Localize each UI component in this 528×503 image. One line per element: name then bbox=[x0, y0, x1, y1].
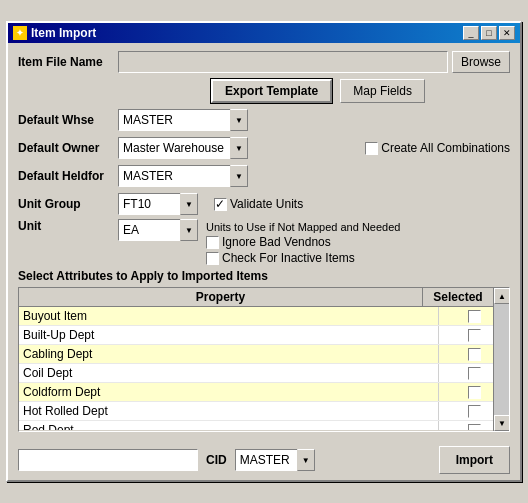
table-row: Coldform Dept bbox=[19, 383, 509, 402]
app-icon: ✦ bbox=[13, 26, 27, 40]
bottom-bar: CID MASTER ▼ Import bbox=[8, 440, 520, 480]
table-row: Rod Dept bbox=[19, 421, 509, 430]
row-checkbox[interactable] bbox=[468, 329, 481, 342]
scroll-up-button[interactable]: ▲ bbox=[494, 288, 510, 304]
td-property: Cabling Dept bbox=[19, 345, 439, 363]
browse-button[interactable]: Browse bbox=[452, 51, 510, 73]
unit-right-section: Units to Use if Not Mapped and Needed Ig… bbox=[206, 219, 400, 265]
row-checkbox[interactable] bbox=[468, 424, 481, 431]
unit-label: Unit bbox=[18, 219, 118, 233]
title-bar-left: ✦ Item Import bbox=[13, 26, 96, 40]
attributes-label: Select Attributes to Apply to Imported I… bbox=[18, 269, 510, 283]
row-checkbox[interactable] bbox=[468, 310, 481, 323]
cid-label: CID bbox=[206, 453, 227, 467]
td-property: Buyout Item bbox=[19, 307, 439, 325]
map-fields-button[interactable]: Map Fields bbox=[340, 79, 425, 103]
table-scrollbar[interactable]: ▲ ▼ bbox=[493, 288, 509, 431]
table-row: Built-Up Dept bbox=[19, 326, 509, 345]
row-checkbox[interactable] bbox=[468, 386, 481, 399]
content-area: Item File Name Browse Export Template Ma… bbox=[8, 43, 520, 440]
create-all-text: Create All Combinations bbox=[381, 141, 510, 155]
header-selected: Selected bbox=[423, 288, 493, 306]
ignore-bad-vendnos-checkbox[interactable] bbox=[206, 236, 219, 249]
table-row: Cabling Dept bbox=[19, 345, 509, 364]
unit-group-select[interactable]: FT10 bbox=[118, 193, 198, 215]
default-owner-row: Default Owner Master Warehouse ▼ Create … bbox=[18, 137, 510, 159]
cid-select[interactable]: MASTER bbox=[235, 449, 315, 471]
td-property: Rod Dept bbox=[19, 421, 439, 430]
close-button[interactable]: ✕ bbox=[499, 26, 515, 40]
create-all-checkbox[interactable] bbox=[365, 142, 378, 155]
export-template-button[interactable]: Export Template bbox=[211, 79, 332, 103]
table-header: Property Selected bbox=[19, 288, 509, 307]
default-heldfor-label: Default Heldfor bbox=[18, 169, 118, 183]
item-file-input[interactable] bbox=[118, 51, 448, 73]
title-bar: ✦ Item Import _ □ ✕ bbox=[8, 23, 520, 43]
td-property: Hot Rolled Dept bbox=[19, 402, 439, 420]
default-owner-wrapper: Master Warehouse ▼ bbox=[118, 137, 248, 159]
table-row: Buyout Item bbox=[19, 307, 509, 326]
maximize-button[interactable]: □ bbox=[481, 26, 497, 40]
td-property: Coil Dept bbox=[19, 364, 439, 382]
row-checkbox[interactable] bbox=[468, 348, 481, 361]
item-file-row: Item File Name Browse bbox=[18, 51, 510, 73]
bottom-search-input[interactable] bbox=[18, 449, 198, 471]
unit-group-row: Unit Group FT10 ▼ Validate Units bbox=[18, 193, 510, 215]
window-title: Item Import bbox=[31, 26, 96, 40]
validate-units-text: Validate Units bbox=[230, 197, 303, 211]
row-checkbox[interactable] bbox=[468, 405, 481, 418]
table-row: Coil Dept bbox=[19, 364, 509, 383]
import-button[interactable]: Import bbox=[439, 446, 510, 474]
unit-group-label: Unit Group bbox=[18, 197, 118, 211]
title-controls: _ □ ✕ bbox=[463, 26, 515, 40]
create-all-section: Create All Combinations bbox=[365, 141, 510, 155]
validate-units-checkbox[interactable] bbox=[214, 198, 227, 211]
td-property: Built-Up Dept bbox=[19, 326, 439, 344]
table-body: Buyout ItemBuilt-Up DeptCabling DeptCoil… bbox=[19, 307, 509, 430]
units-note-text: Units to Use if Not Mapped and Needed bbox=[206, 221, 400, 233]
unit-wrapper: EA ▼ bbox=[118, 219, 198, 241]
unit-select[interactable]: EA bbox=[118, 219, 198, 241]
unit-row: Unit EA ▼ Units to Use if Not Mapped and… bbox=[18, 219, 510, 265]
default-heldfor-row: Default Heldfor MASTER ▼ bbox=[18, 165, 510, 187]
ignore-bad-vendnos-text: Ignore Bad Vendnos bbox=[222, 235, 331, 249]
create-all-label[interactable]: Create All Combinations bbox=[365, 141, 510, 155]
default-heldfor-select[interactable]: MASTER bbox=[118, 165, 248, 187]
attributes-table: Property Selected Buyout ItemBuilt-Up De… bbox=[18, 287, 510, 432]
default-whse-row: Default Whse MASTER ▼ bbox=[18, 109, 510, 131]
default-heldfor-wrapper: MASTER ▼ bbox=[118, 165, 248, 187]
header-property: Property bbox=[19, 288, 423, 306]
default-owner-select[interactable]: Master Warehouse bbox=[118, 137, 248, 159]
check-inactive-label[interactable]: Check For Inactive Items bbox=[206, 251, 400, 265]
buttons-row: Export Template Map Fields bbox=[18, 79, 510, 103]
check-inactive-checkbox[interactable] bbox=[206, 252, 219, 265]
validate-units-label[interactable]: Validate Units bbox=[214, 197, 303, 211]
ignore-bad-vendnos-label[interactable]: Ignore Bad Vendnos bbox=[206, 235, 400, 249]
cid-wrapper: MASTER ▼ bbox=[235, 449, 315, 471]
scroll-track bbox=[494, 304, 509, 415]
default-whse-select[interactable]: MASTER bbox=[118, 109, 248, 131]
unit-group-wrapper: FT10 ▼ bbox=[118, 193, 198, 215]
scroll-down-button[interactable]: ▼ bbox=[494, 415, 510, 431]
minimize-button[interactable]: _ bbox=[463, 26, 479, 40]
main-window: ✦ Item Import _ □ ✕ Item File Name Brows… bbox=[6, 21, 522, 482]
td-property: Coldform Dept bbox=[19, 383, 439, 401]
item-file-label: Item File Name bbox=[18, 55, 118, 69]
default-owner-label: Default Owner bbox=[18, 141, 118, 155]
table-row: Hot Rolled Dept bbox=[19, 402, 509, 421]
default-whse-wrapper: MASTER ▼ bbox=[118, 109, 248, 131]
row-checkbox[interactable] bbox=[468, 367, 481, 380]
check-inactive-text: Check For Inactive Items bbox=[222, 251, 355, 265]
default-whse-label: Default Whse bbox=[18, 113, 118, 127]
